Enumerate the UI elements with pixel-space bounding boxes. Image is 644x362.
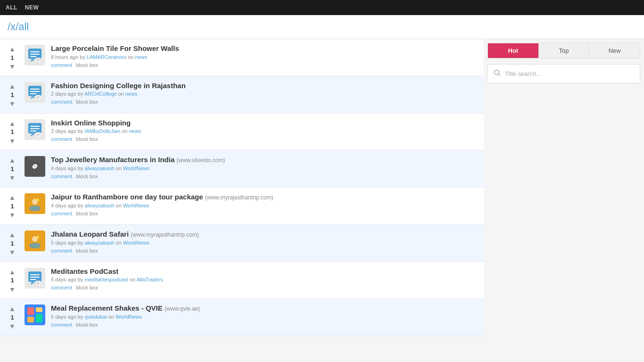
post-item: ▲ 1 ▼ Meditantes PodCast 5 days ago by m…	[0, 262, 484, 299]
vote-column: ▲ 1 ▼	[6, 44, 19, 71]
post-thumbnail	[25, 230, 45, 251]
vote-count: 1	[10, 54, 14, 62]
post-content: Meal Replacement Shakes - QVIE (www.qvie…	[51, 304, 478, 328]
post-author[interactable]: alwaysakash	[85, 240, 115, 246]
downvote-button[interactable]: ▼	[7, 248, 17, 257]
title-search-input[interactable]	[505, 70, 634, 77]
post-actions: comment block box	[51, 62, 478, 68]
nav-all[interactable]: ALL	[6, 4, 17, 11]
post-author[interactable]: IAMbyDollyJain	[85, 128, 121, 134]
search-icon	[494, 69, 501, 78]
post-channel[interactable]: WorldNews	[123, 203, 149, 208]
block-action[interactable]: block box	[76, 248, 98, 254]
svg-point-35	[36, 236, 39, 239]
thumb-col	[24, 155, 46, 178]
post-author[interactable]: ARCHCollege	[84, 91, 116, 97]
block-action[interactable]: block box	[76, 62, 98, 68]
post-channel[interactable]: WorldNews	[123, 240, 149, 246]
block-action[interactable]: block box	[76, 322, 98, 328]
content-area: ▲ 1 ▼ Large Porcelain Tile For Shower Wa…	[0, 39, 484, 336]
post-channel[interactable]: news	[129, 128, 141, 134]
comment-link[interactable]: comment	[51, 211, 72, 216]
block-action[interactable]: block box	[76, 173, 98, 179]
post-actions: comment block box	[51, 211, 478, 216]
post-actions: comment block box	[51, 322, 478, 328]
svg-rect-48	[36, 314, 42, 322]
upvote-button[interactable]: ▲	[7, 156, 17, 165]
downvote-button[interactable]: ▼	[7, 322, 17, 331]
vote-count: 1	[10, 128, 14, 136]
downvote-button[interactable]: ▼	[7, 173, 17, 182]
svg-line-51	[499, 74, 501, 76]
post-thumbnail	[25, 119, 45, 140]
block-action[interactable]: block box	[76, 136, 98, 142]
downvote-button[interactable]: ▼	[7, 62, 17, 71]
post-thumbnail	[25, 45, 45, 66]
vote-count: 1	[10, 202, 14, 211]
top-nav: ALL NEW	[0, 0, 644, 15]
vote-count: 1	[10, 276, 14, 285]
post-meta: 8 hours ago by LAMARCeramics on news	[51, 54, 478, 60]
downvote-button[interactable]: ▼	[7, 137, 17, 146]
block-action[interactable]: block box	[76, 211, 98, 216]
post-author[interactable]: qviedubai	[85, 314, 107, 320]
post-title: Meal Replacement Shakes - QVIE (www.qvie…	[51, 304, 478, 313]
svg-marker-40	[30, 282, 35, 285]
post-content: Jhalana Leopard Safari (www.myrajasthant…	[51, 230, 478, 254]
post-content: Jaipur to Ranthambore one day tour packa…	[51, 192, 478, 216]
downvote-button[interactable]: ▼	[7, 99, 17, 108]
comment-link[interactable]: comment	[51, 173, 72, 179]
vote-column: ▲ 1 ▼	[6, 304, 19, 331]
post-channel[interactable]: news	[135, 54, 148, 60]
post-author[interactable]: LAMARCeramics	[87, 54, 126, 60]
post-thumbnail	[25, 156, 45, 177]
block-action[interactable]: block box	[76, 99, 98, 105]
nav-new[interactable]: NEW	[25, 4, 39, 11]
vote-column: ▲ 1 ▼	[6, 155, 19, 182]
filter-tab-new[interactable]: New	[589, 43, 640, 58]
thumb-col	[24, 192, 46, 215]
post-meta: 5 days ago by qviedubai on WorldNews	[51, 314, 478, 320]
comment-link[interactable]: comment	[51, 136, 72, 142]
filter-tab-top[interactable]: Top	[539, 43, 590, 58]
comment-link[interactable]: comment	[51, 62, 72, 68]
thumb-col	[24, 44, 46, 66]
svg-rect-47	[36, 307, 42, 312]
post-channel[interactable]: WorldNews	[116, 314, 142, 320]
upvote-button[interactable]: ▲	[7, 268, 17, 277]
filter-tab-hot[interactable]: Hot	[488, 43, 539, 58]
upvote-button[interactable]: ▲	[7, 193, 17, 202]
comment-link[interactable]: comment	[51, 285, 72, 290]
search-box-container	[487, 64, 640, 83]
post-meta: 2 days ago by ARCHCollege on news	[51, 91, 478, 97]
downvote-button[interactable]: ▼	[7, 285, 17, 294]
post-author[interactable]: meditantespodcast	[85, 277, 128, 282]
post-author[interactable]: alwaysakash	[85, 203, 115, 208]
post-channel[interactable]: AllaTraders	[137, 277, 163, 282]
upvote-button[interactable]: ▲	[7, 45, 17, 54]
post-item: ▲ 1 ▼ Top Jewellery Manufacturers in Ind…	[0, 150, 484, 188]
thumb-col	[24, 81, 46, 104]
post-title: Top Jewellery Manufacturers in India (ww…	[51, 155, 478, 165]
block-action[interactable]: block box	[76, 285, 98, 290]
post-actions: comment block box	[51, 173, 478, 179]
post-title: Jaipur to Ranthambore one day tour packa…	[51, 192, 478, 202]
post-item: ▲ 1 ▼ Inskirt Online Shopping 3 days ago…	[0, 114, 484, 151]
comment-link[interactable]: comment	[51, 99, 72, 105]
upvote-button[interactable]: ▲	[7, 304, 17, 313]
post-author[interactable]: alwaysakash	[85, 165, 115, 171]
vote-count: 1	[10, 91, 14, 99]
vote-count: 1	[10, 165, 14, 173]
comment-link[interactable]: comment	[51, 248, 72, 254]
post-channel[interactable]: news	[125, 91, 138, 97]
thumb-col	[24, 267, 46, 289]
upvote-button[interactable]: ▲	[7, 82, 17, 91]
upvote-button[interactable]: ▲	[7, 230, 17, 239]
post-channel[interactable]: WorldNews	[123, 165, 149, 171]
upvote-button[interactable]: ▲	[7, 119, 17, 128]
post-content: Large Porcelain Tile For Shower Walls 8 …	[51, 44, 478, 68]
post-thumbnail	[25, 268, 45, 288]
comment-link[interactable]: comment	[51, 322, 72, 328]
main-layout: ▲ 1 ▼ Large Porcelain Tile For Shower Wa…	[0, 39, 644, 336]
downvote-button[interactable]: ▼	[7, 211, 17, 220]
